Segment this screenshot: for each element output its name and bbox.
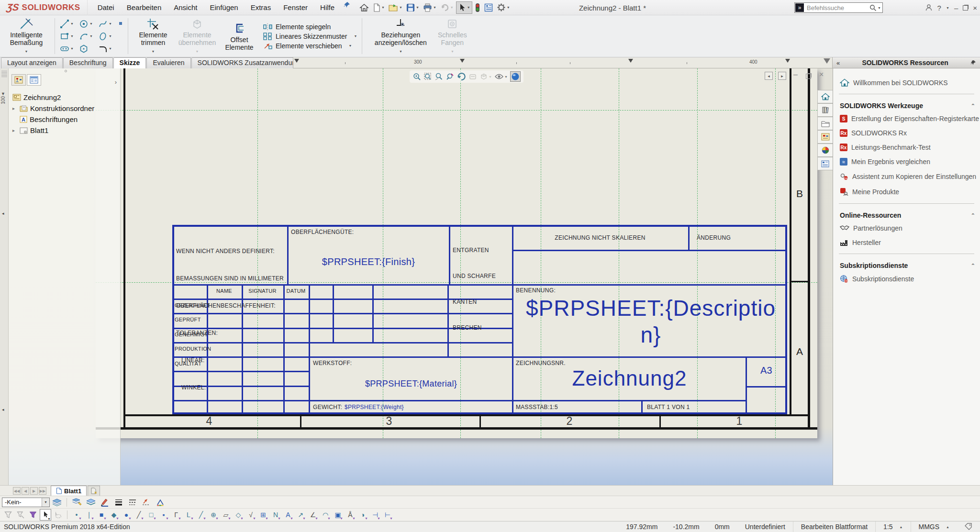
tag-icon[interactable] — [957, 523, 980, 531]
item-ergebnis-vergleichen[interactable]: ≈ Mein Ergebnis vergleichen — [833, 155, 980, 169]
line-style-button[interactable] — [126, 497, 139, 508]
filter-balloons-icon[interactable]: ↗▼ — [295, 509, 306, 521]
collapse-panel-icon[interactable]: « — [833, 59, 844, 66]
expand-arrow-icon[interactable]: ▸ — [12, 106, 17, 111]
rotate-view-icon[interactable] — [457, 72, 466, 81]
filter-coordinate-systems-icon[interactable]: Γ▼ — [170, 509, 182, 521]
smart-dimension-button[interactable]: Intelligente Bemaßung ▼ — [3, 15, 50, 57]
item-subskriptionsdienste[interactable]: SW Subskriptionsdienste — [833, 271, 980, 287]
filter-solid-bodies-icon[interactable]: ●▼ — [121, 509, 132, 521]
chevron-up-icon[interactable]: ⌃ — [971, 212, 975, 219]
line-format-layers-button[interactable] — [70, 497, 83, 508]
line-color-button[interactable] — [98, 497, 111, 508]
move-entities-button[interactable]: Elemente verschieben ▼ — [263, 42, 357, 50]
tree-item-drawing-root[interactable]: Zeichnung2 — [12, 93, 61, 101]
item-einstellungen-assistent[interactable]: SW Assistent zum Kopieren der Einstellun… — [833, 169, 980, 184]
tab-featuremanager-icon[interactable] — [11, 74, 26, 86]
add-sheet-tab[interactable] — [88, 486, 100, 496]
linear-sketch-pattern-button[interactable]: Lineares Skizzenmuster ▼ — [263, 33, 357, 40]
item-eigenschaften-registerkarte[interactable]: S Erstellung der Eigenschaften-Registerk… — [833, 111, 980, 126]
filter-surface-finish-icon[interactable]: Å▼ — [345, 509, 356, 521]
filter-notes-icon[interactable]: A▼ — [282, 509, 294, 521]
tab-layout-anzeigen[interactable]: Layout anzeigen — [1, 57, 63, 68]
tree-item-blatt1[interactable]: ▸ Blatt1 — [12, 126, 48, 134]
panel-resize-handle[interactable] — [65, 70, 67, 72]
title-block[interactable]: WENN NICHT ANDERS DEFINIERT: BEMASSUNGEN… — [172, 225, 787, 414]
menu-extras[interactable]: Extras — [245, 1, 277, 13]
zoom-in-out-icon[interactable] — [434, 72, 443, 81]
point-tool[interactable] — [118, 21, 123, 26]
restore-button[interactable] — [963, 5, 968, 11]
filter-datums-icon[interactable]: ▣▼ — [332, 509, 344, 521]
prev-window-button[interactable]: ◂ — [765, 72, 773, 80]
section-werkzeuge[interactable]: SOLIDWORKS Werkzeuge⌃ — [833, 98, 980, 111]
prev-sheet-button[interactable]: ◀ — [22, 487, 29, 495]
filter-blocks-icon[interactable]: ◑▼ — [357, 509, 368, 521]
filter-axes-icon[interactable]: ╱▼ — [133, 509, 145, 521]
section-subskriptionsdienste[interactable]: Subskriptionsdienste⌃ — [833, 258, 980, 271]
menu-einfuegen[interactable]: Einfügen — [204, 1, 243, 13]
filter-surface-bodies-icon[interactable]: ◆▼ — [108, 509, 120, 521]
home-button[interactable] — [358, 1, 370, 14]
lasso-select-icon[interactable] — [52, 509, 64, 521]
new-document-button[interactable]: ▼ — [371, 1, 386, 14]
units-status[interactable]: MMGS▲ — [911, 523, 958, 531]
next-sheet-button[interactable]: ▶ — [30, 487, 38, 495]
filter-vertices-icon[interactable]: •▼ — [71, 509, 82, 521]
tree-item-konstruktionsordner[interactable]: ▸ Konstruktionsordner — [12, 104, 94, 112]
filter-edges-icon[interactable]: ∣▼ — [83, 509, 95, 521]
zoom-fit-icon[interactable] — [412, 72, 421, 81]
filter-toggle-icon[interactable] — [2, 509, 14, 521]
save-button[interactable]: ▼ — [405, 1, 421, 14]
filter-annotations-icon[interactable]: N▼ — [270, 509, 281, 521]
trim-entities-button[interactable]: Elemente trimmen ▼ — [133, 15, 173, 57]
color-display-mode-button[interactable] — [154, 497, 167, 508]
hide-show-items-icon[interactable]: ▼ — [494, 73, 508, 80]
expand-arrow-icon[interactable]: ▸ — [12, 128, 17, 133]
filter-routing-points-icon[interactable]: ⊢▼ — [382, 509, 393, 521]
graphics-area[interactable]: 4 3 2 1 B A — [0, 68, 833, 485]
child-restore-icon[interactable] — [806, 72, 811, 81]
open-button[interactable]: ▼ — [387, 1, 404, 14]
filter-gtol-icon[interactable]: ◠▼ — [320, 509, 331, 521]
search-input[interactable]: Befehlssuche — [804, 4, 869, 11]
offset-entities-button[interactable]: Offset Elemente — [221, 20, 257, 53]
filter-weld-symbols-icon[interactable]: ∠▼ — [307, 509, 319, 521]
layer-properties-button[interactable] — [50, 497, 63, 508]
filter-centerline-icon[interactable]: √▼ — [245, 509, 256, 521]
fillet-tool[interactable]: ▼ — [98, 44, 117, 54]
zoom-selection-icon[interactable] — [445, 72, 454, 81]
slot-tool[interactable]: ▼ — [60, 44, 79, 54]
filter-connection-points-icon[interactable]: ⊣▼ — [369, 509, 381, 521]
tree-item-beschriftungen[interactable]: ▸ A Beschriftungen — [12, 115, 78, 123]
zoom-area-icon[interactable] — [423, 72, 432, 81]
help-dropdown-icon[interactable]: ▼ — [946, 6, 949, 10]
welcome-link[interactable]: Willkommen bei SOLIDWORKS — [833, 75, 980, 90]
sheet-tab-blatt1[interactable]: Blatt1 — [51, 486, 87, 496]
menu-ansicht[interactable]: Ansicht — [168, 1, 202, 13]
filter-wand-icon[interactable] — [15, 509, 26, 521]
item-solidworks-rx[interactable]: Rx SOLIDWORKS Rx — [833, 126, 980, 140]
item-hersteller[interactable]: Hersteller — [833, 235, 980, 250]
last-sheet-button[interactable]: ▶▶ — [39, 487, 46, 495]
menu-fenster[interactable]: Fenster — [278, 1, 313, 13]
display-delete-relations-button[interactable]: Beziehungen anzeigen/löschen ▼ — [367, 15, 434, 57]
design-library-icon[interactable] — [817, 103, 833, 117]
tree-flyout-chevron[interactable]: › — [115, 78, 117, 86]
splitter-handle[interactable] — [1, 70, 7, 77]
file-explorer-icon[interactable] — [817, 117, 833, 130]
custom-properties-icon[interactable] — [817, 157, 833, 170]
pin-panel-icon[interactable] — [967, 60, 980, 66]
first-sheet-button[interactable]: ◀◀ — [13, 487, 21, 495]
tab-beschriftung[interactable]: Beschriftung — [63, 57, 113, 68]
select-cursor-icon[interactable]: ▼ — [40, 509, 51, 521]
layer-combo[interactable]: -Kein- ▼ — [2, 498, 50, 507]
print-button[interactable]: ▼ — [422, 1, 438, 14]
mirror-entities-button[interactable]: Elemente spiegeln — [263, 23, 357, 31]
menu-bearbeiten[interactable]: Bearbeiten — [122, 1, 167, 13]
filter-sketch-points-icon[interactable]: ⊕▼ — [208, 509, 219, 521]
command-search-box[interactable]: » Befehlssuche ▼ — [794, 2, 883, 13]
taskpane-home-icon[interactable] — [817, 90, 833, 103]
chevron-up-icon[interactable]: ⌃ — [971, 263, 975, 269]
view-palette-icon[interactable] — [817, 130, 833, 144]
